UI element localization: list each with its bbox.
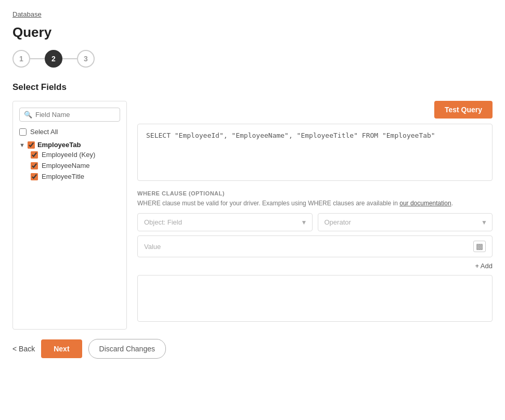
child-label-2: EmployeeTitle [42,173,84,180]
step-3[interactable]: 3 [77,50,95,68]
tree-item: ▼ EmployeeTab EmployeeId (Key) EmployeeN… [19,141,120,180]
child-label-1: EmployeeName [42,162,90,169]
tree-children: EmployeeId (Key) EmployeeName EmployeeTi… [31,151,120,180]
stepper: 1 2 3 [12,50,493,68]
left-panel: 🔍 Select All ▼ EmployeeTab EmployeeId [12,101,127,330]
select-all-row[interactable]: Select All [19,128,120,136]
doc-link[interactable]: our documentation [399,200,451,207]
value-row[interactable]: Value ▩ [137,235,493,257]
operator-wrapper[interactable]: Operator ▼ [318,213,493,231]
query-box: SELECT "EmployeeId", "EmployeeName", "Em… [137,124,493,181]
add-row: + Add [137,261,493,270]
object-field-select[interactable]: Object: Field [137,213,313,231]
where-desc: WHERE clause must be valid for your driv… [137,200,493,207]
step-connector-1 [30,58,45,59]
page-title: Query [12,24,493,41]
result-box [137,275,493,322]
list-item[interactable]: EmployeeId (Key) [31,151,120,159]
step-connector-2 [62,58,77,59]
top-bar: Test Query [137,101,493,119]
child-checkbox-0[interactable] [31,151,38,159]
list-item[interactable]: EmployeeName [31,162,120,169]
select-all-label: Select All [30,128,58,136]
where-label: WHERE CLAUSE (OPTIONAL) [137,190,493,196]
list-item[interactable]: EmployeeTitle [31,173,120,180]
section-title: Select Fields [12,82,493,93]
breadcrumb[interactable]: Database [12,10,493,18]
search-box[interactable]: 🔍 [19,108,120,122]
add-button[interactable]: + Add [475,262,493,270]
child-checkbox-1[interactable] [31,162,38,169]
next-button[interactable]: Next [41,339,82,358]
value-icon[interactable]: ▩ [473,241,486,252]
footer: < Back Next Discard Changes [12,330,493,359]
parent-label: EmployeeTab [37,141,81,149]
where-fields-row: Object: Field ▼ Operator ▼ [137,213,493,231]
test-query-button[interactable]: Test Query [434,101,493,119]
step-1[interactable]: 1 [12,50,30,68]
tree-parent[interactable]: ▼ EmployeeTab [19,141,120,149]
collapse-icon[interactable]: ▼ [19,142,25,148]
search-icon: 🔍 [24,111,32,119]
object-field-wrapper[interactable]: Object: Field ▼ [137,213,313,231]
value-placeholder: Value [144,243,161,251]
child-checkbox-2[interactable] [31,173,38,180]
where-clause-section: WHERE CLAUSE (OPTIONAL) WHERE clause mus… [137,190,493,322]
step-2[interactable]: 2 [45,50,62,68]
select-all-checkbox[interactable] [19,128,27,136]
search-input[interactable] [35,111,115,119]
operator-select[interactable]: Operator [318,213,493,231]
discard-changes-button[interactable]: Discard Changes [88,339,166,359]
child-label-0: EmployeeId (Key) [42,151,95,159]
right-panel: Test Query SELECT "EmployeeId", "Employe… [137,101,493,327]
parent-checkbox[interactable] [28,141,35,149]
back-button[interactable]: < Back [12,345,35,353]
